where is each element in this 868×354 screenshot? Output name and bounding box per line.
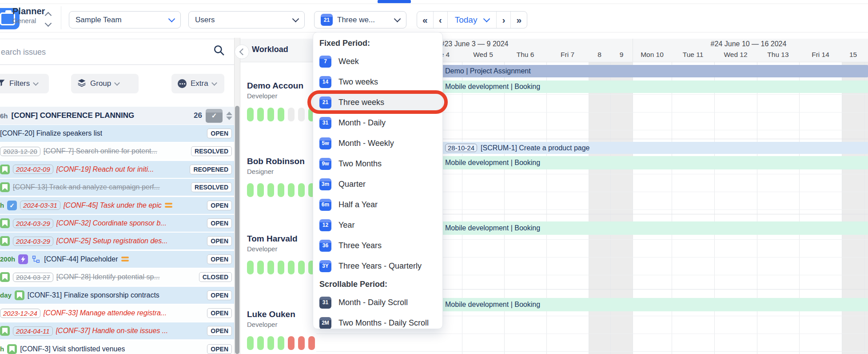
- chevron-down-icon: [394, 16, 401, 23]
- issue-row[interactable]: 2024-04-11[CONF-37] Handle on-site issue…: [0, 322, 234, 339]
- period-option-label: Month - Weekly: [338, 139, 394, 148]
- issue-summary: [CONF-31] Finalize sponsorship contracts: [28, 291, 159, 299]
- issue-row[interactable]: 200h[CONF-44] PlaceholderOPEN: [0, 251, 234, 268]
- calendar-31-icon: 31: [319, 117, 331, 129]
- view-mode-value: Users: [195, 16, 215, 24]
- bar-label: Mobile development | Booking: [445, 83, 540, 91]
- nav-next-button[interactable]: ›: [497, 12, 511, 28]
- filters-button[interactable]: Filters: [0, 74, 49, 93]
- period-option-month-weekly[interactable]: 5wMonth - Weekly: [313, 133, 442, 153]
- bookmark-icon: [0, 218, 10, 228]
- period-option-month-daily-scroll[interactable]: 31Month - Daily Scroll: [313, 292, 442, 313]
- search-input[interactable]: [0, 44, 202, 60]
- period-option-year[interactable]: 12Year: [313, 215, 442, 235]
- calendar-3Y-icon: 3Y: [319, 260, 331, 272]
- group-title: [CONF] CONFERENCE PLANNING: [12, 111, 135, 120]
- view-mode-select[interactable]: Users: [188, 11, 305, 28]
- dropdown-section-header: Fixed Period:: [313, 35, 442, 51]
- issue-row[interactable]: 2023-12-24[CONF-33] Manage attendee regi…: [0, 305, 234, 322]
- extra-button[interactable]: Extra: [171, 74, 224, 93]
- status-badge: OPEN: [207, 218, 232, 228]
- calendar-9w-icon: 9w: [319, 158, 331, 170]
- status-badge: OPEN: [207, 201, 232, 210]
- bar-label: Demo | Project Assignment: [445, 67, 531, 75]
- user-name: Demo Accoun: [247, 81, 303, 91]
- issue-row[interactable]: 2024-03-27[CONF-28] Identify potential s…: [0, 269, 234, 286]
- bookmark-icon: [15, 290, 24, 300]
- workload-column: Demo AccounDeveloperBob RobinsonDesigner…: [240, 62, 316, 354]
- issue-group-header[interactable]: 6h [CONF] CONFERENCE PLANNING 26 ✓: [0, 107, 234, 125]
- bookmark-icon: [0, 165, 10, 174]
- nav-prev-button[interactable]: ‹: [434, 12, 448, 28]
- period-option-two-weeks[interactable]: 14Two weeks: [313, 72, 442, 92]
- workload-bar-over: [308, 336, 315, 350]
- workload-bar-ok: [298, 261, 305, 274]
- issue-row[interactable]: 2024-02-09[CONF-19] Reach out for initi.…: [0, 161, 234, 178]
- issue-date: 2023-12-24: [0, 309, 40, 318]
- calendar-6m-icon: 6m: [319, 199, 331, 211]
- hierarchy-icon: [31, 254, 41, 264]
- workload-bar-ok: [247, 183, 254, 197]
- issue-summary: [CONF-19] Reach out for initi...: [56, 165, 154, 173]
- issue-summary: [CONF-28] Identify potential sp...: [56, 273, 160, 281]
- period-option-month-daily[interactable]: 31Month - Daily: [313, 113, 442, 133]
- team-select[interactable]: Sample Team: [69, 11, 181, 28]
- issue-row[interactable]: [CONF-20] Finalize speakers listOPEN: [0, 125, 234, 142]
- issue-row[interactable]: h[CONF-3] Visit shortlisted venuesOPEN: [0, 341, 234, 354]
- calendar-12-icon: 12: [319, 219, 331, 231]
- period-option-week[interactable]: 7Week: [313, 51, 442, 72]
- nav-last-button[interactable]: »: [511, 12, 527, 28]
- group-button[interactable]: Group: [71, 74, 139, 93]
- period-option-half-a-year[interactable]: 6mHalf a Year: [313, 194, 442, 215]
- calendar-check-icon[interactable]: ✓: [206, 109, 223, 123]
- sort-arrows-icon[interactable]: [226, 112, 232, 120]
- today-button[interactable]: Today: [448, 12, 497, 28]
- issue-row[interactable]: 2024-03-29[CONF-25] Setup registration d…: [0, 233, 234, 249]
- user-name: Bob Robinson: [247, 157, 305, 166]
- chevron-down-icon: [211, 80, 217, 86]
- subtask-check-icon: ✓: [7, 201, 17, 210]
- status-badge: OPEN: [207, 344, 232, 354]
- issue-hours: h: [0, 345, 4, 353]
- status-badge: OPEN: [207, 308, 232, 318]
- workload-bar-over: [288, 336, 295, 350]
- calendar-3m-icon: 3m: [319, 178, 331, 190]
- chevron-down-icon: [483, 16, 490, 23]
- period-option-three-years[interactable]: 36Three Years: [313, 235, 442, 256]
- issue-row[interactable]: h✓2024-03-31[CONF-45] Task under the epi…: [0, 197, 234, 214]
- app-switcher-chevrons-icon[interactable]: [46, 12, 53, 25]
- status-badge: RESOLVED: [191, 182, 232, 192]
- issue-row[interactable]: [CONF-13] Track and analyze campaign per…: [0, 179, 234, 196]
- period-option-quarter[interactable]: 3mQuarter: [313, 174, 442, 194]
- workload-bar-empty: [288, 108, 295, 121]
- search-icon[interactable]: [213, 44, 225, 56]
- workload-bar-ok: [267, 108, 274, 121]
- issue-row[interactable]: 2024-03-29[CONF-32] Coordinate sponsor b…: [0, 215, 234, 232]
- period-select[interactable]: 21 Three we...: [314, 11, 406, 28]
- user-role: Designer: [247, 168, 274, 175]
- priority-medium-icon: [165, 203, 172, 208]
- issue-summary: [CONF-45] Task under the epic: [64, 201, 162, 209]
- workload-bar-ok: [267, 261, 274, 274]
- extra-label: Extra: [191, 79, 208, 88]
- panel-scrollbar-thumb[interactable]: [235, 106, 239, 354]
- period-option-label: Week: [338, 57, 359, 66]
- period-option-three-years-quarterly[interactable]: 3YThree Years - Quarterly: [313, 256, 442, 276]
- calendar-31-icon: 31: [319, 297, 331, 309]
- collapse-panel-button[interactable]: [235, 44, 249, 59]
- week-header-label: #24 June 10 — 16 2024: [633, 40, 864, 48]
- period-option-two-months-daily-scroll[interactable]: 2MTwo Months - Daily Scroll: [313, 313, 442, 329]
- day-header-label: 9: [610, 51, 633, 59]
- workload-bar-ok: [278, 261, 284, 274]
- period-option-two-months[interactable]: 9wTwo Months: [313, 153, 442, 174]
- period-dropdown-menu: Fixed Period:7Week14Two weeks21Three wee…: [313, 32, 443, 329]
- day-header-label: Mon 10: [633, 51, 672, 59]
- bar-text: Mobile development | Booking: [445, 83, 540, 91]
- nav-first-button[interactable]: «: [417, 12, 434, 28]
- issue-row[interactable]: day[CONF-31] Finalize sponsorship contra…: [0, 287, 234, 304]
- user-name: Tom Harvald: [247, 234, 298, 244]
- issue-row[interactable]: 2023-12-20[CONF-7] Search online for pot…: [0, 143, 234, 160]
- workload-bar-ok: [278, 183, 284, 197]
- status-badge: OPEN: [207, 290, 232, 300]
- group-count: 26: [194, 111, 202, 120]
